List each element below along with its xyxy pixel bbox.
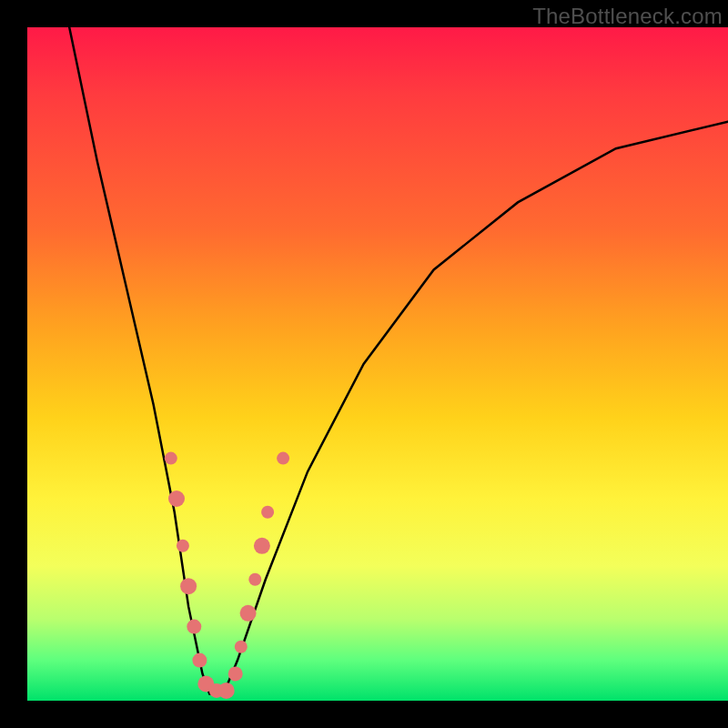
marker-dot bbox=[187, 620, 201, 634]
curve-layer bbox=[27, 27, 728, 701]
marker-dot bbox=[168, 490, 185, 507]
marker-dot bbox=[240, 605, 257, 622]
marker-dot bbox=[192, 653, 207, 668]
marker-dot bbox=[165, 452, 177, 465]
marker-dot bbox=[254, 538, 270, 554]
marker-dot bbox=[235, 641, 248, 653]
marker-dot bbox=[248, 573, 261, 586]
bottleneck-curve bbox=[69, 27, 728, 694]
watermark-text: TheBottleneck.com bbox=[532, 4, 723, 29]
marker-dot bbox=[218, 682, 235, 699]
plot-area bbox=[27, 27, 728, 701]
marker-dot bbox=[180, 578, 197, 594]
marker-dot bbox=[177, 540, 189, 552]
marker-dot bbox=[277, 452, 289, 465]
marker-dot bbox=[228, 666, 243, 681]
marker-dot bbox=[261, 506, 274, 519]
chart-frame: TheBottleneck.com bbox=[0, 0, 728, 728]
